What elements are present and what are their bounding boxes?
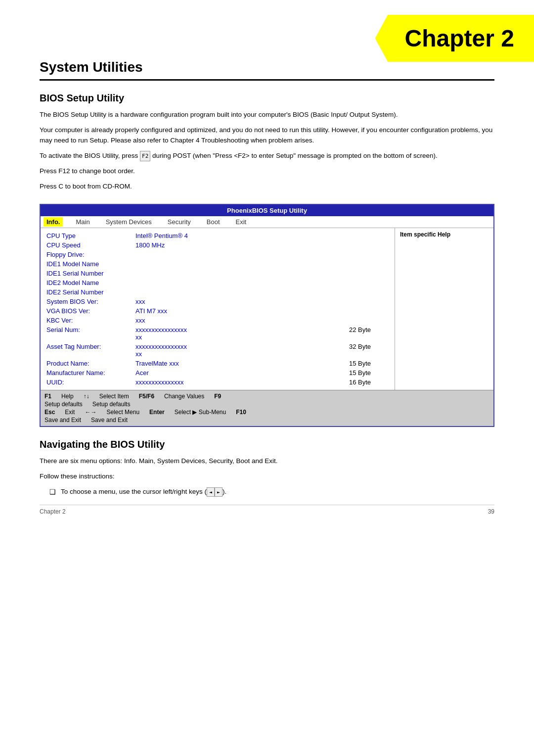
- bios-para5: Press C to boot from CD-ROM.: [40, 182, 494, 192]
- bios-title-bar: PhoenixBIOS Setup Utility: [41, 205, 493, 216]
- bios-footer-row-3: Save and Exit Save and Exit: [44, 417, 490, 424]
- bios-row-5: IDE2 Model Name: [46, 278, 389, 287]
- chapter-header: Chapter 2: [375, 15, 534, 62]
- bios-menu-security[interactable]: Security: [165, 217, 194, 227]
- bios-row-label-8: VGA BIOS Ver:: [46, 307, 135, 315]
- bios-para3-suffix: during POST (when "Press <F2> to enter S…: [152, 152, 438, 159]
- bios-right-panel: Item specific Help: [395, 228, 493, 390]
- nav-list: To choose a menu, use the cursor left/ri…: [40, 487, 494, 497]
- nav-list-item-1: To choose a menu, use the cursor left/ri…: [49, 487, 494, 497]
- bios-screenshot: PhoenixBIOS Setup Utility Info.MainSyste…: [40, 204, 494, 427]
- bios-row-11: Asset Tag Number:xxxxxxxxxxxxxxxxxx32 By…: [46, 342, 389, 359]
- bios-row-extra-10: 22 Byte: [349, 326, 389, 333]
- bios-row-2: Floppy Drive:: [46, 250, 389, 259]
- bios-row-value-12: TravelMate xxx: [135, 360, 349, 367]
- nav-para1: There are six menu options: Info. Main, …: [40, 456, 494, 467]
- footer-right: 39: [488, 508, 494, 515]
- bios-row-1: CPU Speed1800 MHz: [46, 240, 389, 250]
- right-arrow-key: ►: [215, 487, 222, 497]
- page-title: System Utilities: [40, 59, 494, 81]
- bios-row-label-0: CPU Type: [46, 232, 135, 239]
- bios-row-label-2: Floppy Drive:: [46, 251, 135, 258]
- bios-row-6: IDE2 Serial Number: [46, 287, 389, 297]
- bios-row-label-14: UUID:: [46, 378, 135, 386]
- bios-row-extra-13: 15 Byte: [349, 369, 389, 377]
- bios-row-14: UUID:xxxxxxxxxxxxxxx16 Byte: [46, 378, 389, 387]
- bios-row-0: CPU TypeIntel® Pentium® 4: [46, 231, 389, 240]
- bios-row-12: Product Name:TravelMate xxx15 Byte: [46, 359, 389, 368]
- nav-heading: Navigating the BIOS Utility: [40, 439, 494, 450]
- bios-menu-system-devices[interactable]: System Devices: [103, 217, 155, 227]
- bios-row-10: Serial Num:xxxxxxxxxxxxxxxxxx22 Byte: [46, 325, 389, 342]
- bios-row-3: IDE1 Model Name: [46, 259, 389, 269]
- f2-key: F2: [140, 151, 150, 161]
- bios-help-title: Item specific Help: [400, 231, 489, 238]
- bios-row-value-13: Acer: [135, 369, 349, 377]
- bios-row-13: Manufacturer Name:Acer15 Byte: [46, 368, 389, 378]
- nav-para2: Follow these instructions:: [40, 472, 494, 482]
- bios-para4: Press F12 to change boot order.: [40, 166, 494, 177]
- bios-footer-row-1: Setup defaults Setup defaults: [44, 401, 490, 408]
- bios-row-label-3: IDE1 Model Name: [46, 260, 135, 268]
- bios-row-9: KBC Ver:xxx: [46, 316, 389, 325]
- left-arrow-key: ◄: [207, 487, 215, 497]
- bios-row-value-14: xxxxxxxxxxxxxxx: [135, 378, 349, 386]
- chapter-number: 2: [501, 25, 514, 51]
- bios-menu-exit[interactable]: Exit: [233, 217, 250, 227]
- bios-para3: To activate the BIOS Utility, press F2 d…: [40, 151, 494, 161]
- footer-left: Chapter 2: [40, 508, 66, 515]
- bios-row-value-8: ATI M7 xxx: [135, 307, 389, 315]
- bios-row-7: System BIOS Ver:xxx: [46, 297, 389, 306]
- bios-content: CPU TypeIntel® Pentium® 4CPU Speed1800 M…: [41, 228, 493, 390]
- bios-left-panel: CPU TypeIntel® Pentium® 4CPU Speed1800 M…: [41, 228, 395, 390]
- bios-row-8: VGA BIOS Ver:ATI M7 xxx: [46, 306, 389, 316]
- page-footer: Chapter 2 39: [40, 505, 494, 515]
- bios-para3-prefix: To activate the BIOS Utility, press: [40, 152, 138, 159]
- bios-para2: Your computer is already properly config…: [40, 125, 494, 146]
- bios-menu-bar: Info.MainSystem DevicesSecurityBootExit: [41, 216, 493, 228]
- bios-row-value-11: xxxxxxxxxxxxxxxxxx: [135, 343, 349, 358]
- bios-row-extra-12: 15 Byte: [349, 360, 389, 367]
- bios-row-label-12: Product Name:: [46, 360, 135, 367]
- bios-footer-row-0: F1 Help ↑↓ Select Item F5/F6 Change Valu…: [44, 393, 490, 400]
- bios-row-label-9: KBC Ver:: [46, 317, 135, 324]
- bios-menu-boot[interactable]: Boot: [204, 217, 223, 227]
- bios-row-value-1: 1800 MHz: [135, 241, 389, 249]
- bios-row-label-5: IDE2 Model Name: [46, 279, 135, 286]
- bios-section-heading: BIOS Setup Utility: [40, 93, 494, 104]
- bios-menu-info-[interactable]: Info.: [44, 217, 63, 227]
- bios-para1: The BIOS Setup Utility is a hardware con…: [40, 110, 494, 120]
- bios-row-value-0: Intel® Pentium® 4: [135, 232, 389, 239]
- nav-section: Navigating the BIOS Utility There are si…: [40, 439, 494, 497]
- bios-row-label-13: Manufacturer Name:: [46, 369, 135, 377]
- bios-row-value-10: xxxxxxxxxxxxxxxxxx: [135, 326, 349, 341]
- bios-footer: F1 Help ↑↓ Select Item F5/F6 Change Valu…: [41, 390, 493, 426]
- nav-item1-text: To choose a menu, use the cursor left/ri…: [61, 487, 226, 497]
- bios-row-extra-11: 32 Byte: [349, 343, 389, 350]
- bios-row-label-11: Asset Tag Number:: [46, 343, 135, 350]
- bios-row-label-7: System BIOS Ver:: [46, 298, 135, 305]
- bios-row-label-10: Serial Num:: [46, 326, 135, 333]
- chapter-label: Chapter: [405, 25, 494, 51]
- bios-row-value-9: xxx: [135, 317, 389, 324]
- bios-row-label-1: CPU Speed: [46, 241, 135, 249]
- bios-menu-main[interactable]: Main: [73, 217, 92, 227]
- bios-footer-row-2: Esc Exit ←→ Select Menu Enter Select ▶ S…: [44, 409, 490, 416]
- bios-row-label-6: IDE2 Serial Number: [46, 288, 135, 296]
- bios-row-label-4: IDE1 Serial Number: [46, 270, 135, 277]
- bios-row-4: IDE1 Serial Number: [46, 269, 389, 278]
- bios-row-value-7: xxx: [135, 298, 389, 305]
- bios-row-extra-14: 16 Byte: [349, 378, 389, 386]
